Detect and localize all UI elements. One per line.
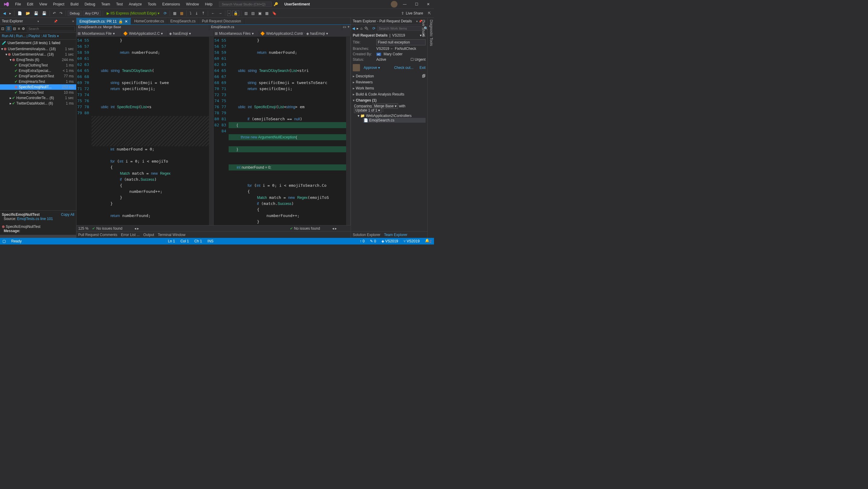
run-button[interactable]: ▶ IIS Express (Microsoft Edge) ▾	[105, 10, 162, 16]
tab-emoji-pr[interactable]: EmojiSearch.cs: PR 11 🔒 ✕	[76, 18, 131, 25]
toolbox2-icon[interactable]: ▦	[179, 10, 185, 16]
layout4-icon[interactable]: ▦	[264, 10, 270, 16]
lock-icon[interactable]: 🔒	[232, 10, 239, 16]
menu-view[interactable]: View	[36, 1, 50, 7]
run-link[interactable]: Run...	[16, 34, 26, 38]
menu-debug[interactable]: Debug	[82, 1, 98, 7]
acc-reviewers[interactable]: ▸Reviewers	[351, 79, 427, 85]
avatar[interactable]	[391, 1, 398, 7]
test-node[interactable]: ▾ ⊗UserSentimentAnal... (18)1 sec	[0, 52, 76, 57]
urgent-checkbox[interactable]: ☐ Urgent	[410, 57, 426, 62]
refresh-icon[interactable]: ⟳	[162, 10, 168, 16]
menu-team[interactable]: Team	[98, 1, 113, 7]
forward-icon[interactable]: ▸	[357, 26, 359, 31]
pr-title-input[interactable]	[376, 39, 426, 45]
tab-team-explorer[interactable]: Team Explorer	[384, 233, 407, 237]
code-right[interactable]: } return numberFound; ublic string Tears…	[229, 37, 346, 225]
forward-button[interactable]: ▸	[8, 10, 12, 16]
menu-build[interactable]: Build	[67, 1, 82, 7]
nav-fwd-icon[interactable]: →	[217, 10, 223, 16]
source-link[interactable]: EmojiTests.cs line 101	[17, 217, 53, 221]
menu-extensions[interactable]: Extensions	[159, 1, 183, 7]
status-repo[interactable]: ◈ VS2019	[381, 239, 398, 243]
home-icon[interactable]: ⌂	[360, 26, 363, 31]
notifications-icon[interactable]: 🔔2	[425, 238, 432, 243]
test-node[interactable]: ✔EmojiExtraSpecial...< 1 ms	[0, 68, 76, 74]
tree-icon[interactable]: ⊡	[1, 27, 4, 31]
layout3-icon[interactable]: ▣	[257, 10, 263, 16]
back-button[interactable]: ◀	[2, 10, 7, 16]
playlist-link[interactable]: Playlist : All Tests	[28, 34, 56, 38]
close-icon[interactable]: ✕	[125, 19, 128, 24]
tab-output[interactable]: Output	[143, 233, 154, 237]
nav-project-right[interactable]: ⊞ Miscellaneous Files ▾	[214, 31, 259, 36]
save-icon[interactable]: 💾	[33, 10, 39, 16]
menu-help[interactable]: Help	[202, 1, 216, 7]
new-file-icon[interactable]: 📄	[16, 10, 23, 16]
close-icon[interactable]: ✕	[72, 20, 74, 23]
add-icon[interactable]: +	[346, 25, 351, 30]
box1-icon[interactable]: ▫	[227, 10, 231, 16]
filter-icon[interactable]: ≡	[18, 27, 20, 31]
refresh-icon[interactable]: ⟳	[372, 26, 375, 31]
test-search-input[interactable]	[27, 26, 75, 31]
layout2-icon[interactable]: ▤	[250, 10, 256, 16]
nav-member-right[interactable]: ◈ hasEmoji ▾	[305, 31, 351, 36]
tab-error-list[interactable]: Error List ...	[121, 233, 140, 237]
status-upload[interactable]: ↑ 0	[360, 239, 365, 243]
redo-icon[interactable]: ↷	[58, 10, 64, 16]
nav-project-left[interactable]: ⊞ Miscellaneous File ▾	[76, 31, 122, 36]
bookmark-icon[interactable]: 🔖	[271, 10, 278, 16]
nav-class-left[interactable]: 🔶 WebApplication2.C ▾	[122, 31, 167, 36]
code-left[interactable]: } return numberFound; ublic string Tears…	[92, 37, 209, 225]
tab-diagnostic-tools[interactable]: Diagnostic Tools	[429, 20, 433, 46]
acc-changes[interactable]: ▾Changes (1)	[351, 97, 427, 103]
run-all-link[interactable]: Run All	[2, 34, 13, 38]
step-over-icon[interactable]: ⤵	[188, 10, 193, 16]
exit-link[interactable]: Exit	[420, 65, 426, 70]
list-icon[interactable]: ☰	[6, 26, 11, 31]
tab-home-controller[interactable]: HomeController.cs	[131, 18, 167, 25]
dropdown-icon[interactable]: ▾	[37, 20, 39, 23]
update-dropdown[interactable]: Update 1 of 1 ▾	[354, 108, 381, 113]
tab-emoji-search[interactable]: EmojiSearch.cs	[167, 18, 199, 25]
test-node[interactable]: ⊗SpecificEmojiNullT...153 ms	[0, 84, 76, 90]
menu-tools[interactable]: Tools	[145, 1, 159, 7]
acc-description[interactable]: ▸Description🗐	[351, 73, 427, 79]
scrollbar[interactable]	[346, 37, 350, 225]
minimize-button[interactable]: —	[400, 1, 409, 7]
acc-work-items[interactable]: ▸Work Items	[351, 85, 427, 91]
file-node[interactable]: 📄 EmojiSearch.cs	[363, 118, 426, 123]
pin-icon[interactable]: 📌	[54, 20, 57, 23]
nav-member-left[interactable]: ◈ hasEmoji ▾	[168, 31, 214, 36]
test-node[interactable]: ✔EmojiFaceSearchTest77 ms	[0, 74, 76, 79]
quick-search-input[interactable]	[219, 1, 272, 7]
tab-pr-discussion[interactable]: Pull Request Discussion	[199, 18, 244, 25]
menu-window[interactable]: Window	[183, 1, 202, 7]
reviewer-avatar[interactable]	[353, 64, 360, 71]
status-edits[interactable]: ✎ 0	[370, 239, 376, 243]
folder-node[interactable]: ▾ 📁 WebApplication2\Controllers	[358, 114, 426, 118]
zoom-level[interactable]: 125 %	[78, 226, 89, 231]
diff-right-pane[interactable]: 54 55 56 57 58 59 60 61 62 63 64 65 66 6…	[214, 37, 351, 225]
settings-icon[interactable]: ⚙	[22, 27, 25, 31]
step-into-icon[interactable]: ⤓	[194, 10, 199, 16]
back-icon[interactable]: ◀	[352, 26, 355, 31]
work-items-search[interactable]	[377, 26, 422, 31]
test-node[interactable]: ▾ ⊗EmojiTests (6)244 ms	[0, 57, 76, 63]
checkout-link[interactable]: Check out...	[394, 65, 413, 70]
menu-file[interactable]: File	[12, 1, 24, 7]
undo-icon[interactable]: ↶	[52, 10, 57, 16]
step-out-icon[interactable]: ⤒	[200, 10, 206, 16]
test-node[interactable]: ✔EmojiHeartsTest1 ms	[0, 79, 76, 84]
group-icon[interactable]: ⊟	[13, 27, 16, 31]
plug-icon[interactable]: 🔌	[364, 26, 369, 31]
right-side-tabs[interactable]: Diagnostic Tools Live Share	[427, 18, 434, 238]
test-tree[interactable]: ▾ ⊗UserSentimentAnalysis... (18)1 sec▾ ⊗…	[0, 46, 76, 210]
save-all-icon[interactable]: 💾	[41, 10, 48, 16]
status-branch[interactable]: ⑂ VS2019	[403, 239, 420, 243]
copy-all-link[interactable]: Copy All	[61, 212, 74, 217]
test-node[interactable]: ▸ ✔TwitterDataModel... (6)1 ms	[0, 100, 76, 106]
menu-edit[interactable]: Edit	[24, 1, 36, 7]
tab-terminal[interactable]: Terminal Window	[158, 233, 185, 237]
